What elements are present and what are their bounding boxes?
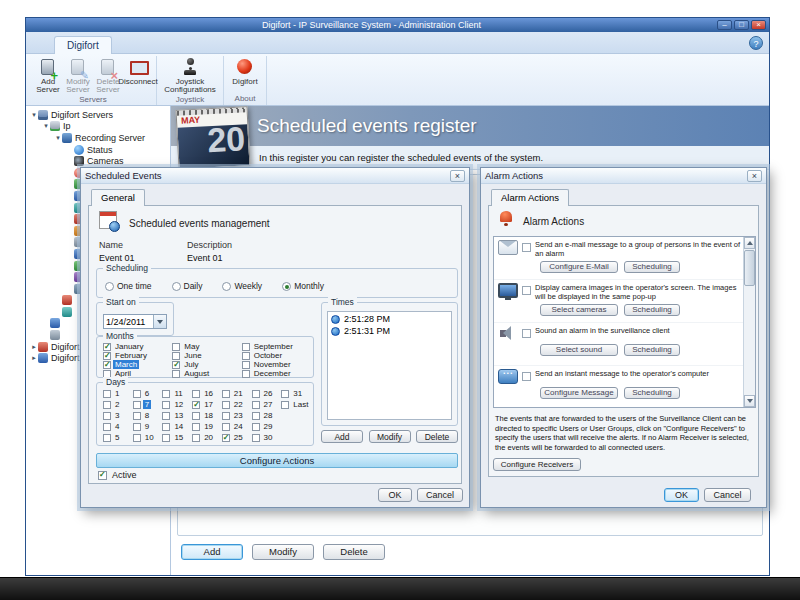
tab-digifort[interactable]: Digifort (54, 36, 112, 54)
day-checkbox[interactable]: 22 (222, 399, 252, 410)
dialog-close-button[interactable]: × (747, 170, 762, 182)
month-checkbox[interactable]: March (103, 360, 172, 369)
tree-item[interactable]: Cameras (26, 155, 170, 167)
scroll-thumb[interactable] (744, 250, 755, 286)
description-field[interactable]: Event 01 (187, 253, 223, 263)
tree-item[interactable]: ▾ Digifort Servers (26, 109, 170, 121)
main-action-button[interactable]: Modify (252, 544, 314, 560)
help-button[interactable]: ? (749, 36, 763, 50)
ribbon-button[interactable]: Modify Server (63, 56, 93, 94)
day-checkbox[interactable]: 21 (222, 388, 252, 399)
time-action-button[interactable]: Modify (369, 430, 411, 443)
day-checkbox[interactable]: 20 (192, 432, 222, 443)
ribbon-button[interactable]: Digifort (227, 56, 263, 86)
month-checkbox[interactable]: June (172, 351, 241, 360)
name-field[interactable]: Event 01 (99, 253, 135, 263)
day-checkbox[interactable]: 1 (103, 388, 133, 399)
scroll-down-icon[interactable] (744, 395, 755, 407)
day-checkbox[interactable]: 23 (222, 410, 252, 421)
day-checkbox[interactable]: 19 (192, 421, 222, 432)
action-enable-checkbox[interactable] (522, 243, 531, 252)
month-checkbox[interactable]: December (242, 369, 311, 378)
month-checkbox[interactable]: September (242, 342, 311, 351)
action-configure-button[interactable]: Select sound (540, 344, 618, 356)
tree-item[interactable]: ▾ Recording Server (26, 132, 170, 144)
day-checkbox[interactable]: 6 (133, 388, 163, 399)
tree-expand-icon[interactable]: ▾ (30, 111, 38, 119)
day-checkbox[interactable]: 15 (162, 432, 192, 443)
action-enable-checkbox[interactable] (522, 372, 531, 381)
day-checkbox[interactable]: 25 (222, 432, 252, 443)
day-checkbox[interactable]: 3 (103, 410, 133, 421)
time-list-item[interactable]: 2:51:31 PM (328, 324, 451, 336)
month-checkbox[interactable]: May (172, 342, 241, 351)
day-checkbox[interactable]: 2 (103, 399, 133, 410)
time-action-button[interactable]: Add (321, 430, 363, 443)
ribbon-button[interactable]: Delete Server (93, 56, 123, 94)
tab-general[interactable]: General (91, 189, 145, 206)
month-checkbox[interactable]: October (242, 351, 311, 360)
day-checkbox[interactable]: 9 (133, 421, 163, 432)
day-checkbox[interactable]: 27 (252, 399, 282, 410)
month-checkbox[interactable]: August (172, 369, 241, 378)
action-scheduling-button[interactable]: Scheduling (624, 304, 680, 316)
date-dropdown-icon[interactable] (153, 315, 166, 328)
day-checkbox[interactable]: 11 (162, 388, 192, 399)
start-date-picker[interactable]: 1/24/2011 (103, 314, 167, 329)
day-checkbox[interactable]: 28 (252, 410, 282, 421)
tab-alarm-actions[interactable]: Alarm Actions (491, 189, 569, 206)
action-scheduling-button[interactable]: Scheduling (624, 344, 680, 356)
ok-button[interactable]: OK (378, 488, 412, 502)
day-checkbox[interactable]: 12 (162, 399, 192, 410)
day-checkbox[interactable]: 13 (162, 410, 192, 421)
action-scheduling-button[interactable]: Scheduling (624, 387, 680, 399)
recurrence-radio[interactable]: Daily (172, 281, 203, 291)
action-enable-checkbox[interactable] (522, 286, 531, 295)
ribbon-button[interactable]: Disconnect (123, 56, 153, 86)
day-checkbox[interactable]: 24 (222, 421, 252, 432)
time-list-item[interactable]: 2:51:28 PM (328, 312, 451, 324)
day-checkbox[interactable]: 8 (133, 410, 163, 421)
tree-item[interactable]: ▾ Ip (26, 121, 170, 133)
scrollbar[interactable] (743, 237, 755, 407)
recurrence-radio[interactable]: Monthly (282, 281, 324, 291)
ribbon-button[interactable]: Add Server (33, 56, 63, 94)
main-action-button[interactable]: Delete (323, 544, 385, 560)
action-configure-button[interactable]: Configure E-Mail (540, 261, 618, 273)
cancel-button[interactable]: Cancel (417, 488, 463, 502)
day-checkbox[interactable]: 18 (192, 410, 222, 421)
tree-expand-icon[interactable]: ▸ (30, 343, 38, 351)
day-checkbox[interactable]: 26 (252, 388, 282, 399)
day-checkbox[interactable]: 5 (103, 432, 133, 443)
close-button[interactable]: × (751, 20, 766, 30)
active-checkbox[interactable]: Active (98, 470, 139, 480)
time-action-button[interactable]: Delete (416, 430, 458, 443)
dialog-close-button[interactable]: × (450, 170, 465, 182)
month-checkbox[interactable]: November (242, 360, 311, 369)
ok-button[interactable]: OK (664, 488, 699, 502)
day-checkbox[interactable]: 17 (192, 399, 222, 410)
day-checkbox[interactable]: 31 (281, 388, 311, 399)
taskbar[interactable] (0, 577, 800, 600)
maximize-button[interactable]: □ (734, 20, 749, 30)
month-checkbox[interactable]: February (103, 351, 172, 360)
tree-expand-icon[interactable]: ▾ (54, 134, 62, 142)
day-checkbox[interactable]: Last (281, 399, 311, 410)
day-checkbox[interactable]: 29 (252, 421, 282, 432)
day-checkbox[interactable]: 4 (103, 421, 133, 432)
month-checkbox[interactable]: January (103, 342, 172, 351)
day-checkbox[interactable]: 30 (252, 432, 282, 443)
day-checkbox[interactable]: 7 (133, 399, 163, 410)
action-configure-button[interactable]: Configure Message (540, 387, 618, 399)
recurrence-radio[interactable]: One time (105, 281, 152, 291)
scroll-up-icon[interactable] (744, 237, 755, 249)
day-checkbox[interactable]: 14 (162, 421, 192, 432)
cancel-button[interactable]: Cancel (704, 488, 751, 502)
tree-expand-icon[interactable]: ▾ (42, 122, 50, 130)
recurrence-radio[interactable]: Weekly (222, 281, 262, 291)
minimize-button[interactable]: – (717, 20, 732, 30)
tree-expand-icon[interactable]: ▸ (30, 354, 38, 362)
tree-item[interactable]: Status (26, 144, 170, 156)
configure-receivers-button[interactable]: Configure Receivers (493, 458, 581, 471)
main-action-button[interactable]: Add (181, 544, 243, 560)
